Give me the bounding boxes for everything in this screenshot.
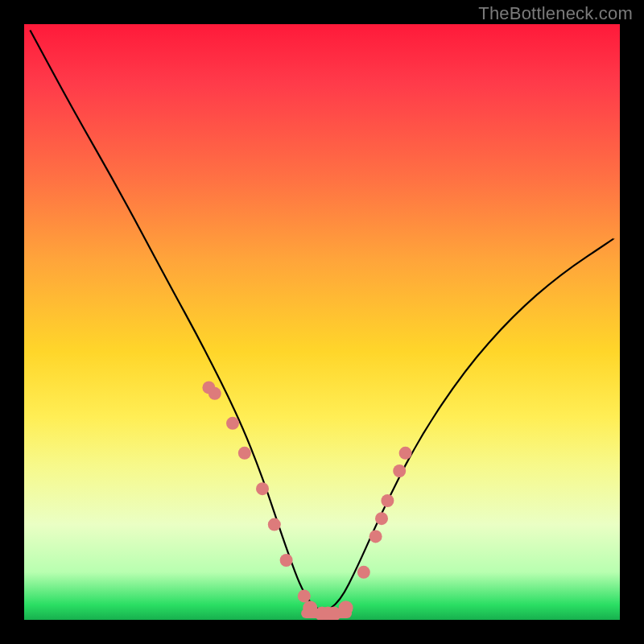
curve-layer: [30, 30, 613, 610]
marker-dot: [256, 482, 269, 495]
marker-dot: [226, 417, 239, 430]
marker-dot: [357, 566, 370, 579]
marker-dot: [208, 387, 221, 400]
marker-dot: [369, 530, 382, 543]
marker-dot: [280, 554, 293, 567]
marker-dot: [375, 512, 388, 525]
outer-frame: TheBottleneck.com: [0, 0, 644, 644]
marker-dot: [399, 447, 412, 460]
watermark-text: TheBottleneck.com: [478, 3, 633, 24]
bottleneck-curve: [30, 30, 613, 610]
marker-dot: [298, 589, 311, 602]
marker-valley-band: [301, 609, 352, 618]
plot-area: [24, 24, 620, 620]
highlight-markers: [202, 381, 411, 620]
marker-dot: [268, 518, 281, 531]
marker-dot: [381, 494, 394, 507]
chart-svg: [24, 24, 620, 620]
marker-dot: [393, 464, 406, 477]
marker-dot: [238, 447, 251, 460]
